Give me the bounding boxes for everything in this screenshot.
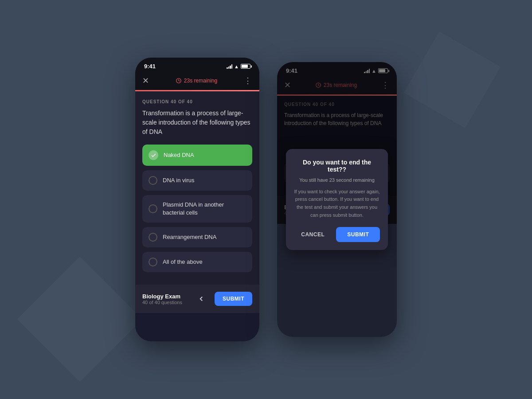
exam-name-1: Biology Exam — [142, 293, 182, 300]
phone-2: 9:41 ▲ ✕ 23s remaining ⋮ QUESTION 40 OF … — [277, 62, 397, 337]
question-label-1: QUESTION 40 OF 40 — [142, 99, 252, 104]
option-text-dna-virus: DNA in virus — [163, 176, 195, 184]
dialog-submit-button[interactable]: SUBMIT — [336, 227, 380, 242]
questions-count-1: 40 of 40 questions — [142, 300, 182, 305]
footer-nav-1: SUBMIT — [193, 291, 252, 307]
question-content-1: QUESTION 40 OF 40 Transformation is a pr… — [135, 91, 259, 285]
dialog-body: If you want to check your answer again, … — [294, 188, 380, 219]
dialog-actions: CANCEL SUBMIT — [294, 227, 380, 242]
dialog-overlay: Do you want to end the test?? You still … — [277, 62, 397, 337]
option-text-all-above: All of the above — [163, 258, 203, 266]
dialog-box: Do you want to end the test?? You still … — [286, 149, 388, 250]
footer-1: Biology Exam 40 of 40 questions SUBMIT — [135, 285, 259, 313]
battery-icon — [241, 64, 250, 69]
timer-display-1: 23s remaining — [176, 78, 217, 84]
option-rearrangement-dna[interactable]: Rearrangement DNA — [142, 227, 252, 247]
phone-1: 9:41 ▲ ✕ 23s remaining ⋮ QUESTION 40 OF … — [135, 58, 259, 341]
signal-icon — [227, 64, 232, 69]
back-button-1[interactable] — [193, 291, 209, 307]
status-bar-1: 9:41 ▲ — [135, 58, 259, 72]
radio-dna-virus — [149, 176, 157, 185]
submit-button-1[interactable]: SUBMIT — [215, 292, 252, 306]
radio-all-above — [149, 258, 157, 266]
footer-info-1: Biology Exam 40 of 40 questions — [142, 293, 182, 305]
clock-icon — [176, 78, 182, 84]
check-icon-1 — [149, 150, 158, 160]
option-text-rearrangement-dna: Rearrangement DNA — [163, 233, 216, 241]
option-dna-virus[interactable]: DNA in virus — [142, 170, 252, 191]
wifi-icon: ▲ — [234, 64, 239, 69]
radio-plasmid-dna — [149, 204, 157, 213]
more-button-1[interactable]: ⋮ — [244, 76, 252, 86]
status-time-1: 9:41 — [144, 63, 156, 70]
status-icons-1: ▲ — [227, 64, 250, 69]
dialog-title: Do you want to end the test?? — [294, 159, 380, 173]
back-arrow-icon — [197, 295, 205, 303]
option-text-plasmid-dna: Plasmid DNA in another bacterial cells — [163, 201, 246, 217]
cancel-button[interactable]: CANCEL — [294, 227, 332, 242]
checkmark-icon — [151, 153, 156, 158]
question-text-1: Transformation is a process of large-sca… — [142, 109, 252, 137]
timer-label-1: 23s remaining — [184, 78, 217, 84]
option-all-above[interactable]: All of the above — [142, 252, 252, 272]
close-button-1[interactable]: ✕ — [142, 76, 149, 86]
radio-rearrangement-dna — [149, 233, 157, 242]
dialog-subtitle: You still have 23 second remaining — [294, 177, 380, 183]
option-plasmid-dna[interactable]: Plasmid DNA in another bacterial cells — [142, 195, 252, 223]
nav-bar-1: ✕ 23s remaining ⋮ — [135, 72, 259, 90]
option-text-naked-dna: Naked DNA — [164, 151, 194, 159]
option-naked-dna[interactable]: Naked DNA — [142, 145, 252, 166]
